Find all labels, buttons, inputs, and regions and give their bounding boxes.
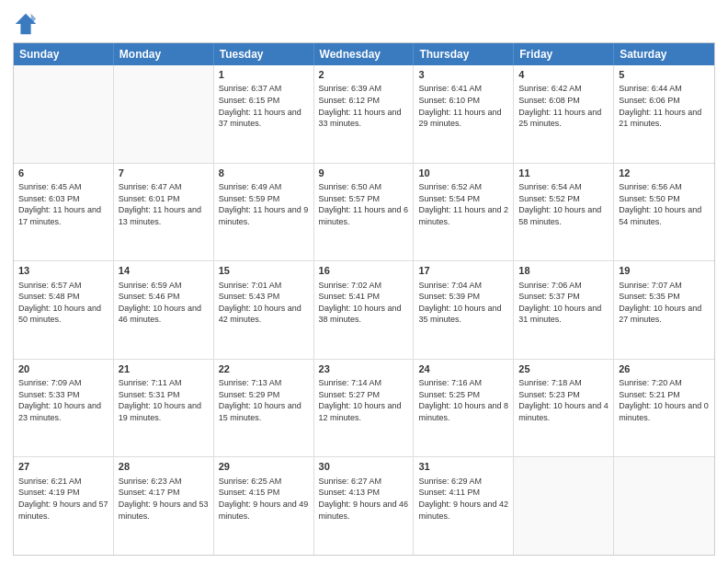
day-cell-19: 19Sunrise: 7:07 AMSunset: 5:35 PMDayligh… — [614, 261, 714, 359]
cell-info: Sunrise: 7:20 AMSunset: 5:21 PMDaylight:… — [619, 377, 710, 423]
day-cell-8: 8Sunrise: 6:49 AMSunset: 5:59 PMDaylight… — [214, 164, 314, 261]
day-cell-14: 14Sunrise: 6:59 AMSunset: 5:46 PMDayligh… — [114, 261, 214, 359]
logo — [13, 11, 42, 37]
cell-info: Sunrise: 7:06 AMSunset: 5:37 PMDaylight:… — [518, 280, 609, 326]
cell-info: Sunrise: 6:37 AMSunset: 6:15 PMDaylight:… — [219, 83, 309, 129]
cell-info: Sunrise: 7:01 AMSunset: 5:43 PMDaylight:… — [219, 280, 309, 326]
day-number: 9 — [319, 167, 409, 180]
cell-info: Sunrise: 7:07 AMSunset: 5:35 PMDaylight:… — [619, 280, 710, 326]
day-cell-15: 15Sunrise: 7:01 AMSunset: 5:43 PMDayligh… — [214, 261, 314, 359]
cell-info: Sunrise: 6:29 AMSunset: 4:11 PMDaylight:… — [418, 476, 508, 522]
header-cell-friday: Friday — [514, 43, 614, 65]
cell-info: Sunrise: 6:47 AMSunset: 6:01 PMDaylight:… — [119, 181, 209, 227]
empty-cell — [614, 457, 714, 555]
day-number: 24 — [418, 362, 508, 376]
day-number: 6 — [18, 167, 108, 180]
day-cell-26: 26Sunrise: 7:20 AMSunset: 5:21 PMDayligh… — [614, 360, 714, 457]
cell-info: Sunrise: 7:14 AMSunset: 5:27 PMDaylight:… — [319, 377, 409, 423]
cell-info: Sunrise: 6:49 AMSunset: 5:59 PMDaylight:… — [219, 181, 309, 227]
header-cell-thursday: Thursday — [414, 43, 514, 65]
cell-info: Sunrise: 6:54 AMSunset: 5:52 PMDaylight:… — [518, 181, 609, 227]
header — [13, 11, 715, 37]
day-cell-27: 27Sunrise: 6:21 AMSunset: 4:19 PMDayligh… — [14, 457, 114, 555]
day-number: 31 — [418, 460, 508, 474]
day-number: 13 — [18, 264, 108, 278]
day-number: 28 — [119, 460, 209, 474]
day-number: 11 — [518, 167, 609, 180]
empty-cell — [514, 457, 614, 555]
day-number: 2 — [319, 68, 409, 82]
header-cell-sunday: Sunday — [14, 43, 114, 65]
calendar-header: SundayMondayTuesdayWednesdayThursdayFrid… — [14, 43, 714, 65]
day-cell-1: 1Sunrise: 6:37 AMSunset: 6:15 PMDaylight… — [214, 65, 314, 163]
empty-cell — [114, 65, 214, 163]
day-number: 21 — [119, 362, 209, 376]
day-cell-16: 16Sunrise: 7:02 AMSunset: 5:41 PMDayligh… — [314, 261, 415, 359]
cell-info: Sunrise: 6:56 AMSunset: 5:50 PMDaylight:… — [619, 181, 710, 227]
calendar-body: 1Sunrise: 6:37 AMSunset: 6:15 PMDaylight… — [14, 65, 714, 555]
day-cell-30: 30Sunrise: 6:27 AMSunset: 4:13 PMDayligh… — [314, 457, 415, 555]
cell-info: Sunrise: 6:57 AMSunset: 5:48 PMDaylight:… — [18, 280, 108, 326]
day-cell-25: 25Sunrise: 7:18 AMSunset: 5:23 PMDayligh… — [514, 360, 614, 457]
cell-info: Sunrise: 6:45 AMSunset: 6:03 PMDaylight:… — [18, 181, 108, 227]
cell-info: Sunrise: 6:42 AMSunset: 6:08 PMDaylight:… — [518, 83, 609, 129]
day-number: 1 — [219, 68, 309, 82]
day-cell-3: 3Sunrise: 6:41 AMSunset: 6:10 PMDaylight… — [414, 65, 514, 163]
day-cell-23: 23Sunrise: 7:14 AMSunset: 5:27 PMDayligh… — [314, 360, 415, 457]
day-cell-18: 18Sunrise: 7:06 AMSunset: 5:37 PMDayligh… — [514, 261, 614, 359]
day-cell-11: 11Sunrise: 6:54 AMSunset: 5:52 PMDayligh… — [514, 164, 614, 261]
calendar-row-1: 1Sunrise: 6:37 AMSunset: 6:15 PMDaylight… — [14, 65, 714, 164]
cell-info: Sunrise: 7:11 AMSunset: 5:31 PMDaylight:… — [119, 377, 209, 423]
day-cell-24: 24Sunrise: 7:16 AMSunset: 5:25 PMDayligh… — [414, 360, 514, 457]
day-number: 3 — [418, 68, 508, 82]
day-number: 29 — [219, 460, 309, 474]
cell-info: Sunrise: 6:59 AMSunset: 5:46 PMDaylight:… — [119, 280, 209, 326]
cell-info: Sunrise: 6:21 AMSunset: 4:19 PMDaylight:… — [18, 476, 108, 522]
cell-info: Sunrise: 6:41 AMSunset: 6:10 PMDaylight:… — [418, 83, 508, 129]
header-cell-monday: Monday — [114, 43, 214, 65]
day-number: 27 — [18, 460, 108, 474]
cell-info: Sunrise: 6:27 AMSunset: 4:13 PMDaylight:… — [319, 476, 409, 522]
day-cell-6: 6Sunrise: 6:45 AMSunset: 6:03 PMDaylight… — [14, 164, 114, 261]
cell-info: Sunrise: 6:25 AMSunset: 4:15 PMDaylight:… — [219, 476, 309, 522]
day-cell-4: 4Sunrise: 6:42 AMSunset: 6:08 PMDaylight… — [514, 65, 614, 163]
day-number: 16 — [319, 264, 409, 278]
day-cell-2: 2Sunrise: 6:39 AMSunset: 6:12 PMDaylight… — [314, 65, 415, 163]
cell-info: Sunrise: 6:39 AMSunset: 6:12 PMDaylight:… — [319, 83, 409, 129]
header-cell-wednesday: Wednesday — [314, 43, 415, 65]
calendar-row-4: 20Sunrise: 7:09 AMSunset: 5:33 PMDayligh… — [14, 360, 714, 458]
day-number: 14 — [119, 264, 209, 278]
day-number: 8 — [219, 167, 309, 180]
empty-cell — [14, 65, 114, 163]
day-cell-12: 12Sunrise: 6:56 AMSunset: 5:50 PMDayligh… — [614, 164, 714, 261]
cell-info: Sunrise: 7:18 AMSunset: 5:23 PMDaylight:… — [518, 377, 609, 423]
cell-info: Sunrise: 7:04 AMSunset: 5:39 PMDaylight:… — [418, 280, 508, 326]
day-number: 23 — [319, 362, 409, 376]
page: SundayMondayTuesdayWednesdayThursdayFrid… — [0, 0, 728, 563]
cell-info: Sunrise: 7:09 AMSunset: 5:33 PMDaylight:… — [18, 377, 108, 423]
day-cell-7: 7Sunrise: 6:47 AMSunset: 6:01 PMDaylight… — [114, 164, 214, 261]
header-cell-tuesday: Tuesday — [214, 43, 314, 65]
day-cell-31: 31Sunrise: 6:29 AMSunset: 4:11 PMDayligh… — [414, 457, 514, 555]
logo-icon — [13, 11, 39, 37]
day-number: 26 — [619, 362, 710, 376]
day-number: 10 — [418, 167, 508, 180]
day-number: 20 — [18, 362, 108, 376]
cell-info: Sunrise: 6:23 AMSunset: 4:17 PMDaylight:… — [119, 476, 209, 522]
day-cell-13: 13Sunrise: 6:57 AMSunset: 5:48 PMDayligh… — [14, 261, 114, 359]
day-number: 5 — [619, 68, 710, 82]
day-cell-10: 10Sunrise: 6:52 AMSunset: 5:54 PMDayligh… — [414, 164, 514, 261]
day-cell-17: 17Sunrise: 7:04 AMSunset: 5:39 PMDayligh… — [414, 261, 514, 359]
day-number: 22 — [219, 362, 309, 376]
calendar: SundayMondayTuesdayWednesdayThursdayFrid… — [13, 42, 715, 556]
day-cell-9: 9Sunrise: 6:50 AMSunset: 5:57 PMDaylight… — [314, 164, 415, 261]
cell-info: Sunrise: 7:13 AMSunset: 5:29 PMDaylight:… — [219, 377, 309, 423]
cell-info: Sunrise: 7:16 AMSunset: 5:25 PMDaylight:… — [418, 377, 508, 423]
cell-info: Sunrise: 6:44 AMSunset: 6:06 PMDaylight:… — [619, 83, 710, 129]
day-cell-29: 29Sunrise: 6:25 AMSunset: 4:15 PMDayligh… — [214, 457, 314, 555]
day-number: 18 — [518, 264, 609, 278]
day-number: 12 — [619, 167, 710, 180]
day-cell-21: 21Sunrise: 7:11 AMSunset: 5:31 PMDayligh… — [114, 360, 214, 457]
day-number: 19 — [619, 264, 710, 278]
day-number: 4 — [518, 68, 609, 82]
